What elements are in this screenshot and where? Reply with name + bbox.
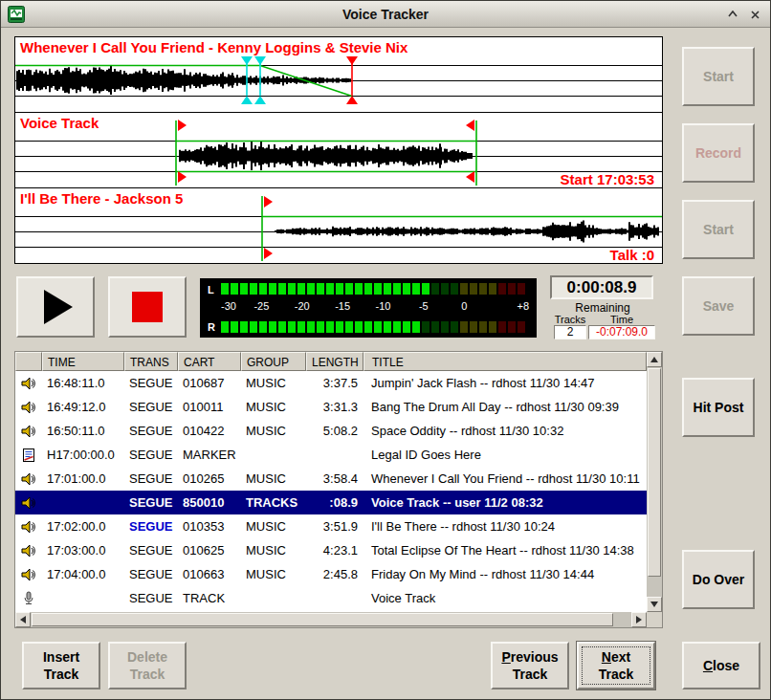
delete-track-button[interactable]: Delete Track bbox=[108, 642, 187, 689]
stop-button[interactable] bbox=[108, 276, 187, 338]
log-row[interactable]: 16:50:11.0SEGUE010422MUSIC5:08.2Space Od… bbox=[15, 419, 647, 443]
log-row[interactable]: 16:48:11.0SEGUE010687MUSIC3:37.5Jumpin' … bbox=[15, 371, 647, 395]
waveform-track-2[interactable]: Voice Track Start 17:03:53 bbox=[14, 112, 663, 188]
cell-title: Voice Track -- user 11/2 08:32 bbox=[363, 495, 647, 510]
scroll-up-icon[interactable] bbox=[647, 352, 662, 367]
elapsed-time-display: 0:00:08.9 bbox=[550, 275, 653, 299]
header-length[interactable]: LENGTH bbox=[306, 352, 363, 371]
play-button[interactable] bbox=[16, 276, 95, 338]
cell-time: 17:04:00.0 bbox=[42, 567, 124, 581]
cell-time: 16:48:11.0 bbox=[42, 376, 124, 390]
cell-trans: SEGUE bbox=[124, 519, 178, 534]
close-button[interactable]: Close bbox=[682, 642, 760, 689]
cell-cart: 010353 bbox=[178, 519, 241, 534]
meter-left-bar bbox=[221, 283, 529, 295]
cell-title: Space Oddity -- rdhost 11/30 10:32 bbox=[363, 424, 647, 438]
meter-left-label: L bbox=[208, 284, 214, 295]
header-time[interactable]: TIME bbox=[42, 352, 124, 371]
log-body: 16:48:11.0SEGUE010687MUSIC3:37.5Jumpin' … bbox=[15, 371, 647, 612]
log-row[interactable]: 17:01:00.0SEGUE010265MUSIC3:58.4Whenever… bbox=[15, 467, 647, 491]
log-row[interactable]: 16:49:12.0SEGUE010011MUSIC3:31.3Bang The… bbox=[15, 395, 647, 419]
header-cart[interactable]: CART bbox=[178, 352, 241, 371]
cell-cart: 010625 bbox=[178, 543, 241, 558]
button-label: Previous bbox=[501, 648, 558, 666]
hit-post-button[interactable]: Hit Post bbox=[682, 378, 755, 437]
shade-button[interactable] bbox=[724, 6, 741, 23]
scroll-down-icon[interactable] bbox=[647, 597, 662, 612]
insert-track-button[interactable]: Insert Track bbox=[22, 642, 100, 689]
cell-length: :08.9 bbox=[306, 495, 363, 510]
track-start-time: Start 17:03:53 bbox=[561, 171, 654, 187]
button-label: Track bbox=[44, 666, 79, 683]
cell-title: Whenever I Call You Friend -- rdhost 11/… bbox=[363, 471, 647, 486]
button-label: Track bbox=[599, 666, 634, 683]
button-label: Delete bbox=[127, 648, 167, 666]
cell-cart: TRACK bbox=[178, 591, 241, 605]
play-icon bbox=[44, 290, 73, 324]
header-icon[interactable] bbox=[15, 352, 42, 371]
meter-scale: -30-25-20-15-10-50+8 bbox=[221, 300, 529, 314]
speaker-icon bbox=[15, 543, 42, 558]
track-title: Voice Track bbox=[20, 115, 99, 131]
vertical-scroll-thumb[interactable] bbox=[648, 368, 661, 577]
log-row[interactable]: H17:00:00.0SEGUEMARKERLegal ID Goes Here bbox=[15, 443, 647, 467]
marker-icon bbox=[15, 448, 42, 463]
do-over-button[interactable]: Do Over bbox=[682, 550, 755, 609]
track-title: I'll Be There - Jackson 5 bbox=[20, 190, 183, 207]
cell-length: 3:37.5 bbox=[306, 376, 363, 390]
save-button[interactable]: Save bbox=[682, 276, 755, 336]
cell-time: 16:50:11.0 bbox=[42, 424, 124, 438]
start-button-1[interactable]: Start bbox=[682, 47, 755, 106]
next-track-button[interactable]: Next Track bbox=[577, 642, 655, 689]
cell-group: TRACKS bbox=[241, 495, 306, 510]
mic-icon bbox=[15, 591, 42, 606]
cell-length: 3:58.4 bbox=[306, 471, 363, 486]
log-header: TIME TRANS CART GROUP LENGTH TITLE bbox=[15, 352, 647, 371]
waveform-track-3[interactable]: I'll Be There - Jackson 5 Talk :0 bbox=[14, 187, 663, 264]
cell-trans: SEGUE bbox=[124, 495, 178, 510]
header-group[interactable]: GROUP bbox=[241, 352, 306, 371]
cell-length: 5:08.2 bbox=[306, 424, 363, 438]
previous-track-button[interactable]: Previous Track bbox=[491, 642, 569, 689]
track-title: Whenever I Call You Friend - Kenny Loggi… bbox=[20, 39, 408, 55]
cell-group: MUSIC bbox=[241, 400, 306, 414]
log-row[interactable]: 17:04:00.0SEGUE010663MUSIC2:45.8Friday O… bbox=[15, 562, 647, 586]
cell-group: MUSIC bbox=[241, 567, 306, 581]
horizontal-scrollbar[interactable] bbox=[15, 612, 647, 627]
cell-cart: 010422 bbox=[178, 424, 241, 438]
header-trans[interactable]: TRANS bbox=[124, 352, 178, 371]
waveform-track-1[interactable]: Whenever I Call You Friend - Kenny Loggi… bbox=[14, 36, 663, 113]
speaker-icon bbox=[15, 424, 42, 439]
vertical-scrollbar[interactable] bbox=[647, 352, 662, 612]
cell-group: MUSIC bbox=[241, 376, 306, 390]
record-button[interactable]: Record bbox=[682, 123, 755, 183]
header-title[interactable]: TITLE bbox=[363, 352, 647, 371]
close-icon[interactable] bbox=[746, 6, 763, 23]
cell-trans: SEGUE bbox=[124, 567, 178, 581]
scroll-left-icon[interactable] bbox=[15, 612, 31, 627]
log-row[interactable]: SEGUETRACKVoice Track bbox=[15, 586, 647, 610]
cell-cart: 010011 bbox=[178, 400, 241, 414]
cell-length: 3:31.3 bbox=[306, 400, 363, 414]
cell-title: Legal ID Goes Here bbox=[363, 448, 647, 462]
cell-title: Total Eclipse Of The Heart -- rdhost 11/… bbox=[363, 543, 647, 558]
speaker-icon bbox=[15, 376, 42, 391]
cell-group: MUSIC bbox=[241, 543, 306, 558]
horizontal-scroll-thumb[interactable] bbox=[32, 613, 613, 626]
cell-trans: SEGUE bbox=[124, 448, 178, 462]
button-label: Track bbox=[513, 666, 548, 683]
start-button-2[interactable]: Start bbox=[682, 200, 755, 259]
log-row[interactable]: SEGUE850010TRACKS:08.9Voice Track -- use… bbox=[15, 491, 647, 514]
voice-tracker-window: Voice Tracker Whenever I Call You Friend… bbox=[0, 0, 771, 700]
cell-title: Jumpin' Jack Flash -- rdhost 11/30 14:47 bbox=[363, 376, 647, 390]
track-talk-time: Talk :0 bbox=[610, 247, 654, 263]
scroll-right-icon[interactable] bbox=[631, 612, 647, 627]
cell-group: MUSIC bbox=[241, 424, 306, 438]
log-row[interactable]: 17:02:00.0SEGUE010353MUSIC3:51.9I'll Be … bbox=[15, 514, 647, 538]
cell-trans: SEGUE bbox=[124, 543, 178, 558]
log-row[interactable]: 17:03:00.0SEGUE010625MUSIC4:23.1Total Ec… bbox=[15, 538, 647, 562]
cell-trans: SEGUE bbox=[124, 424, 178, 438]
remaining-label: Remaining bbox=[550, 301, 655, 315]
titlebar: Voice Tracker bbox=[1, 1, 770, 28]
remaining-tracks-label: Tracks bbox=[552, 314, 588, 325]
